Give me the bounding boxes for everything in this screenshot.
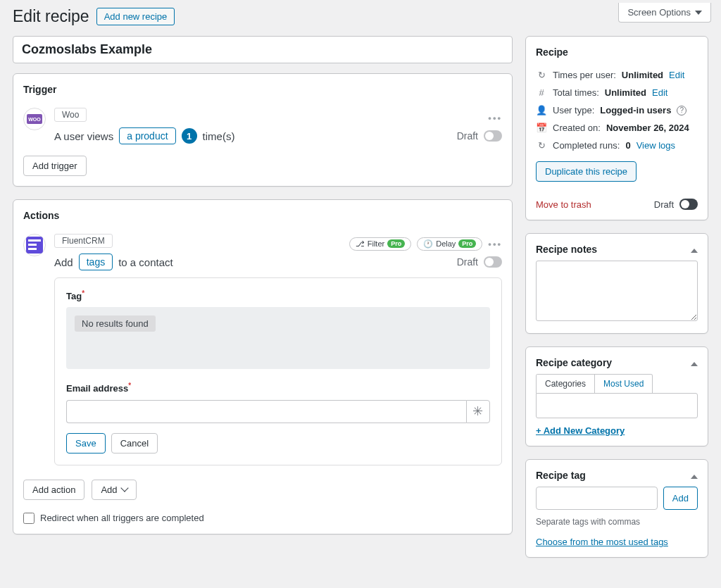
action-status: Draft — [457, 256, 478, 268]
completed-label: Completed runs: — [553, 140, 620, 151]
trigger-toggle[interactable] — [484, 130, 502, 142]
email-label: Email address* — [66, 382, 490, 394]
user-type-value: Logged-in users — [600, 105, 671, 115]
action-sentence-pre: Add — [54, 256, 73, 268]
save-button[interactable]: Save — [66, 433, 106, 453]
chevron-down-icon — [120, 484, 128, 492]
recipe-category-heading: Recipe category — [536, 357, 612, 368]
add-new-recipe-button[interactable]: Add new recipe — [96, 8, 175, 25]
actions-box: Actions FluentCRM ⎇ Filter Pro — [13, 199, 513, 534]
actions-heading: Actions — [23, 210, 502, 221]
total-times-label: Total times: — [553, 87, 599, 98]
tag-input[interactable] — [536, 487, 658, 510]
trigger-token-product[interactable]: a product — [119, 127, 175, 144]
action-sentence-post: to a contact — [118, 256, 173, 268]
trigger-sentence-pre: A user views — [54, 130, 113, 142]
total-times-edit[interactable]: Edit — [652, 87, 667, 98]
collapse-icon[interactable] — [691, 358, 698, 368]
tag-label: Tag* — [66, 289, 490, 301]
redirect-checkbox[interactable] — [23, 513, 35, 524]
action-integration-pill: FluentCRM — [54, 234, 113, 248]
action-toggle[interactable] — [484, 256, 502, 268]
recipe-title-input[interactable] — [13, 36, 513, 63]
add-tag-button[interactable]: Add — [663, 487, 698, 510]
category-list[interactable] — [536, 393, 698, 418]
times-per-user-label: Times per user: — [553, 70, 616, 80]
recipe-category-box: Recipe category Categories Most Used + A… — [525, 346, 708, 446]
tab-categories[interactable]: Categories — [537, 375, 595, 393]
user-type-label: User type: — [553, 105, 594, 115]
filter-icon: ⎇ — [356, 239, 365, 249]
user-icon: 👤 — [536, 105, 547, 115]
times-per-user-edit[interactable]: Edit — [669, 70, 684, 80]
trigger-count-badge[interactable]: 1 — [182, 128, 197, 144]
hash-icon: # — [536, 87, 547, 98]
choose-tags-link[interactable]: Choose from the most used tags — [536, 537, 668, 547]
trigger-heading: Trigger — [23, 84, 502, 95]
filter-button[interactable]: ⎇ Filter Pro — [349, 237, 411, 251]
recipe-tag-box: Recipe tag Add Separate tags with commas… — [525, 459, 708, 558]
screen-options-label: Screen Options — [627, 7, 691, 18]
repeat-icon: ↻ — [536, 140, 547, 151]
times-per-user-value: Unlimited — [622, 70, 663, 80]
created-label: Created on: — [553, 123, 601, 133]
clock-icon: 🕐 — [423, 239, 433, 249]
duplicate-recipe-button[interactable]: Duplicate this recipe — [536, 161, 637, 182]
recipe-status-toggle[interactable] — [679, 199, 698, 210]
add-action-button[interactable]: Add action — [23, 480, 84, 500]
total-times-value: Unlimited — [605, 87, 646, 98]
page-title: Edit recipe — [13, 7, 89, 26]
pro-badge: Pro — [458, 239, 476, 248]
tag-no-results: No results found — [75, 315, 156, 332]
action-token-tags[interactable]: tags — [79, 254, 113, 270]
trigger-more-icon[interactable]: ••• — [488, 113, 502, 123]
delay-button[interactable]: 🕐 Delay Pro — [417, 237, 482, 251]
tab-most-used[interactable]: Most Used — [595, 375, 652, 393]
add-dropdown-button[interactable]: Add — [92, 480, 136, 500]
action-more-icon[interactable]: ••• — [488, 239, 502, 249]
trigger-status: Draft — [457, 130, 478, 142]
pro-badge: Pro — [387, 239, 405, 248]
cancel-button[interactable]: Cancel — [111, 433, 158, 453]
recipe-notes-heading: Recipe notes — [536, 244, 597, 255]
tag-helper: Separate tags with commas — [536, 517, 698, 527]
recipe-tag-heading: Recipe tag — [536, 470, 586, 481]
trigger-integration-pill: Woo — [54, 108, 87, 122]
collapse-icon[interactable] — [691, 470, 698, 481]
action-form: Tag* No results found Email address* ✳ — [54, 277, 502, 465]
recipe-status: Draft — [654, 199, 674, 210]
woo-icon: WOO — [23, 108, 46, 130]
recipe-meta-heading: Recipe — [536, 46, 698, 58]
token-picker-button[interactable]: ✳ — [466, 400, 490, 423]
move-to-trash-link[interactable]: Move to trash — [536, 199, 591, 210]
redirect-label: Redirect when all triggers are completed — [40, 513, 204, 523]
help-icon[interactable]: ? — [677, 106, 686, 115]
chevron-down-icon — [695, 11, 702, 15]
completed-value: 0 — [625, 140, 630, 151]
collapse-icon[interactable] — [691, 244, 698, 255]
add-new-category-link[interactable]: + Add New Category — [536, 425, 625, 436]
screen-options-button[interactable]: Screen Options — [618, 3, 711, 23]
recipe-meta-box: Recipe ↻ Times per user: Unlimited Edit … — [525, 36, 708, 220]
trigger-box: Trigger WOO Woo ••• A user views a produ… — [13, 73, 513, 187]
add-trigger-button[interactable]: Add trigger — [23, 156, 87, 176]
trigger-sentence-post: time(s) — [203, 130, 235, 142]
recipe-notes-textarea[interactable] — [536, 261, 698, 321]
calendar-icon: 📅 — [536, 123, 547, 133]
tag-selector[interactable]: No results found — [66, 307, 490, 369]
email-input[interactable] — [66, 400, 466, 423]
created-value: November 26, 2024 — [606, 123, 689, 133]
repeat-icon: ↻ — [536, 70, 547, 80]
recipe-notes-box: Recipe notes — [525, 233, 708, 334]
fluentcrm-icon — [23, 234, 46, 256]
view-logs-link[interactable]: View logs — [637, 140, 675, 151]
